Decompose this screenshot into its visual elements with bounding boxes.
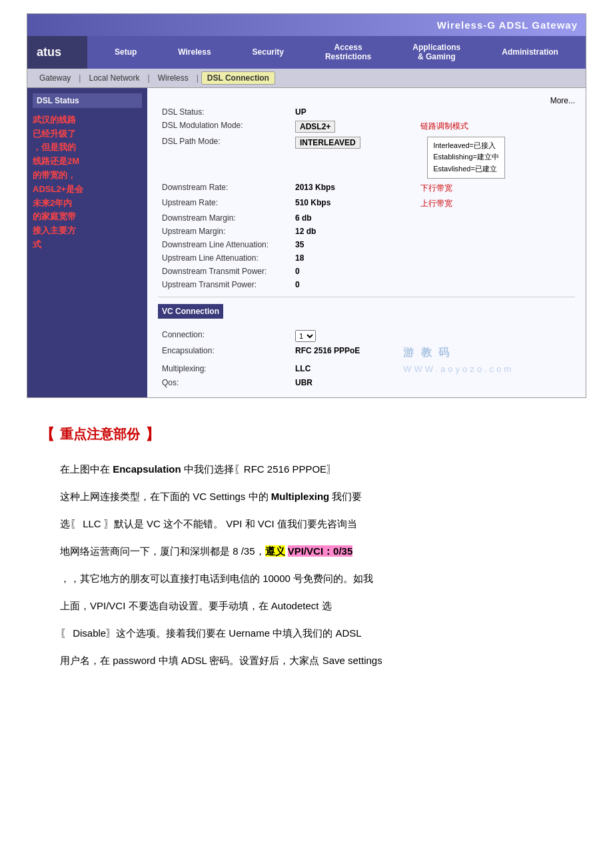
nav-setup[interactable]: Setup: [109, 45, 142, 59]
field-value: 510 Kbps: [291, 196, 416, 211]
table-row: Upstream Margin: 12 db: [158, 225, 575, 238]
subnav-local-network[interactable]: Local Network: [83, 72, 145, 84]
table-row: Encapsulation: RFC 2516 PPPoE 游 教 码: [158, 344, 575, 362]
table-row: Multiplexing: LLC WWW.aoyozo.com: [158, 362, 575, 376]
field-value: 1: [291, 328, 399, 344]
vc-connection-section: VC Connection Connection: 1: [158, 304, 575, 389]
article-paragraph-2: 这种上网连接类型，在下面的 VC Settings 中的 Multiplexin…: [40, 485, 573, 507]
sidebar-dsl-status-title: DSL Status: [33, 93, 142, 108]
field-value: 0: [291, 265, 416, 278]
field-label: Encapsulation:: [158, 344, 291, 362]
field-label: Upstream Rate:: [158, 196, 291, 211]
nav-items: Setup Wireless Security Access Restricti…: [87, 36, 586, 69]
table-row: Upstream Line Attenuation: 18: [158, 251, 575, 265]
modulation-value: ADSL2+: [295, 121, 335, 133]
router-header: Wireless-G ADSL Gateway: [27, 14, 586, 36]
field-label: Upstream Line Attenuation:: [158, 251, 291, 265]
nav-administration[interactable]: Administration: [496, 45, 564, 59]
nav-access-line1: Access: [325, 43, 371, 52]
dsl-status-table: DSL Status: UP DSL Modulation Mode: ADSL…: [158, 105, 575, 291]
article-paragraph-8: 用户名，在 password 中填 ADSL 密码。设置好后，大家点 Save …: [40, 649, 573, 671]
field-value: 12 db: [291, 225, 416, 238]
field-value: RFC 2516 PPPoE: [291, 344, 399, 362]
article-paragraph-4: 地网络运营商问一下，厦门和深圳都是 8 /35，遵义 VPI/VCI：0/35: [40, 540, 573, 562]
field-label: DSL Status:: [158, 105, 291, 119]
field-label: Downstream Rate:: [158, 181, 291, 196]
article-paragraph-3: 选〖 LLC 〗默认是 VC 这个不能错。 VPI 和 VCI 值我们要先咨询当: [40, 513, 573, 535]
section-divider: [158, 297, 575, 297]
sidebar-annotation: 武汉的线路已经升级了，但是我的线路还是2M的带宽的，ADSL2+是会未来2年内的…: [33, 113, 142, 252]
subnav-gateway[interactable]: Gateway: [34, 72, 76, 84]
field-value: UP: [291, 105, 416, 119]
interleaved-annotation: Interleaved=已接入Establishing=建立中Estavlish…: [427, 137, 505, 179]
connection-select[interactable]: 1: [295, 330, 316, 342]
table-row: Downstream Margin: 6 db: [158, 211, 575, 225]
vc-connection-table: Connection: 1 Encapsulation:: [158, 328, 575, 389]
sub-nav-bar: Gateway | Local Network | Wireless | DSL…: [27, 69, 586, 88]
table-row: Upstream Rate: 510 Kbps 上行带宽: [158, 196, 575, 211]
field-label: DSL Path Mode:: [158, 135, 291, 181]
path-mode-value: INTERLEAVED: [295, 137, 360, 149]
subnav-dsl-connection[interactable]: DSL Connection: [201, 71, 275, 85]
brand-label: Wireless-G ADSL Gateway: [437, 19, 578, 31]
attention-title: 【 重点注意部份 】: [40, 425, 573, 445]
watermark-area: 游 教 码: [399, 344, 575, 362]
field-value: 2013 Kbps: [291, 181, 416, 196]
more-link[interactable]: More...: [550, 96, 575, 105]
nav-bar: atus Setup Wireless Security Access Rest…: [27, 36, 586, 69]
left-sidebar: DSL Status 武汉的线路已经升级了，但是我的线路还是2M的带宽的，ADS…: [27, 88, 147, 397]
nav-wireless[interactable]: Wireless: [173, 45, 216, 59]
nav-status-label: atus: [27, 36, 87, 69]
field-label: Qos:: [158, 376, 291, 389]
field-label: Upstream Transmit Power:: [158, 278, 291, 291]
field-value: LLC: [291, 362, 399, 376]
article-paragraph-6: 上面，VPI/VCI 不要选自动设置。要手动填，在 Autodetect 选: [40, 595, 573, 617]
table-row: DSL Modulation Mode: ADSL2+ 链路调制模式: [158, 119, 575, 135]
nav-access-line2: Restrictions: [325, 52, 371, 61]
field-label: Downstream Margin:: [158, 211, 291, 225]
field-label: Multiplexing:: [158, 362, 291, 376]
nav-access-restrictions[interactable]: Access Restrictions: [320, 40, 376, 65]
nav-apps-line1: Applications: [412, 43, 460, 52]
table-row: Connection: 1: [158, 328, 575, 344]
field-label: DSL Modulation Mode:: [158, 119, 291, 135]
field-value: INTERLEAVED: [291, 135, 416, 181]
article-paragraph-7: 〖 Disable〗这个选项。接着我们要在 Uername 中填入我们的 ADS…: [40, 622, 573, 644]
field-value: 35: [291, 238, 416, 251]
article-section: 【 重点注意部份 】 在上图中在 Encapsulation 中我们选择〖RFC…: [27, 418, 586, 683]
field-label: Upstream Margin:: [158, 225, 291, 238]
vc-section-title: VC Connection: [158, 304, 223, 319]
bracket-open: 【: [40, 425, 55, 445]
field-annotation: 上行带宽: [416, 196, 575, 211]
content-area: DSL Status 武汉的线路已经升级了，但是我的线路还是2M的带宽的，ADS…: [27, 88, 586, 397]
field-value: 0: [291, 278, 416, 291]
field-annotation: 下行带宽: [416, 181, 575, 196]
field-value: ADSL2+: [291, 119, 416, 135]
field-label: Downstream Transmit Power:: [158, 265, 291, 278]
field-label: Downstream Line Attenuation:: [158, 238, 291, 251]
table-row: Qos: UBR: [158, 376, 575, 389]
field-value: 6 db: [291, 211, 416, 225]
table-row: Downstream Rate: 2013 Kbps 下行带宽: [158, 181, 575, 196]
nav-applications-gaming[interactable]: Applications & Gaming: [407, 40, 466, 65]
bracket-close: 】: [145, 425, 160, 445]
table-row: DSL Path Mode: INTERLEAVED Interleaved=已…: [158, 135, 575, 181]
article-paragraph-5: ，，其它地方的朋友可以直接打电话到电信的 10000 号免费问的。如我: [40, 567, 573, 589]
field-value: UBR: [291, 376, 399, 389]
table-row: DSL Status: UP: [158, 105, 575, 119]
field-annotation: 链路调制模式: [416, 119, 575, 135]
subnav-wireless[interactable]: Wireless: [153, 72, 194, 84]
field-value: 18: [291, 251, 416, 265]
nav-security[interactable]: Security: [247, 45, 289, 59]
table-row: Downstream Line Attenuation: 35: [158, 238, 575, 251]
table-row: Upstream Transmit Power: 0: [158, 278, 575, 291]
main-content: More... DSL Status: UP DSL Modulation Mo…: [147, 88, 586, 397]
table-row: Downstream Transmit Power: 0: [158, 265, 575, 278]
nav-apps-line2: & Gaming: [412, 52, 460, 61]
article-paragraph-1: 在上图中在 Encapsulation 中我们选择〖RFC 2516 PPPOE…: [40, 458, 573, 480]
attention-title-text: 重点注意部份: [60, 425, 140, 443]
field-label: Connection:: [158, 328, 291, 344]
